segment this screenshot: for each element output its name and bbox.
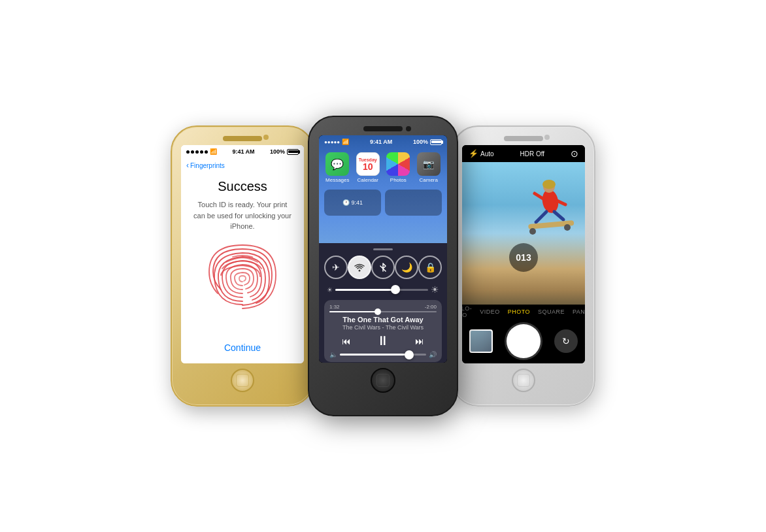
- home-button-3[interactable]: [512, 369, 535, 392]
- signal-dot: [186, 150, 190, 154]
- home-button-1[interactable]: [231, 369, 254, 392]
- success-desc: Touch ID is ready. Your print can be use…: [192, 199, 293, 232]
- continue-button[interactable]: Continue: [224, 342, 261, 353]
- svg-point-3: [542, 180, 556, 189]
- cc-wifi-icon: 📶: [342, 139, 349, 145]
- brightness-fill: [335, 289, 395, 291]
- calendar-app[interactable]: Tuesday 10 Calendar: [355, 152, 382, 183]
- play-pause-button[interactable]: ⏸: [376, 333, 390, 348]
- status-time-1: 9:41 AM: [232, 148, 254, 155]
- mode-pano[interactable]: PANO: [573, 308, 585, 315]
- cc-panel: ✈: [319, 243, 447, 363]
- cc-status-left: ●●●●● 📶: [324, 139, 349, 145]
- wifi-toggle-icon: [354, 263, 365, 272]
- flash-label: Auto: [480, 150, 494, 158]
- screen-3: ⚡ Auto HDR Off ⊙: [462, 145, 585, 363]
- music-player: 1:32 -2:00 The One That Got Away The Civ…: [324, 300, 442, 362]
- hdr-button[interactable]: HDR Off: [520, 150, 544, 158]
- fast-forward-button[interactable]: ⏭: [415, 336, 424, 346]
- messages-icon: 💬: [325, 152, 349, 176]
- cc-status-right: 100%: [413, 139, 442, 145]
- camera-emoji: 📷: [423, 159, 434, 169]
- photos-icon: [386, 152, 410, 176]
- camera-top-bar: ⚡ Auto HDR Off ⊙: [462, 145, 585, 162]
- battery-icon-1: [287, 149, 299, 155]
- battery-pct-1: 100%: [270, 148, 285, 155]
- camera-viewfinder: 013: [462, 162, 585, 305]
- cc-time: 9:41 AM: [370, 139, 392, 145]
- volume-slider[interactable]: [340, 354, 426, 356]
- signal-dots-1: [186, 150, 208, 154]
- svg-line-6: [536, 212, 546, 222]
- cc-handle: [373, 248, 393, 250]
- dnd-toggle[interactable]: 🌙: [395, 256, 418, 279]
- brightness-high-icon: ☀: [431, 284, 439, 295]
- music-artist: The Civil Wars - The Civil Wars: [329, 324, 437, 331]
- bluetooth-toggle[interactable]: [371, 256, 395, 279]
- photos-app[interactable]: Photos: [385, 152, 412, 183]
- svg-point-9: [529, 228, 536, 235]
- cc-toggle-row: ✈: [324, 256, 442, 279]
- camera-flip-button[interactable]: ↻: [554, 329, 578, 353]
- home-btn-inner-1: [236, 374, 248, 386]
- control-center-screen: ●●●●● 📶 9:41 AM 100%: [319, 135, 447, 363]
- signal-dot: [200, 150, 203, 154]
- camera-app[interactable]: 📷 Camera: [416, 152, 442, 183]
- photos-label: Photos: [390, 177, 407, 183]
- phones-container: 📶 9:41 AM 100% ‹ Fingerpri: [158, 103, 608, 429]
- airplane-toggle[interactable]: ✈: [324, 256, 348, 279]
- svg-point-10: [564, 224, 571, 231]
- status-right-1: 100%: [270, 148, 299, 155]
- music-song-title: The One That Got Away: [329, 315, 437, 324]
- mode-video[interactable]: VIDEO: [480, 308, 500, 315]
- home-btn-inner-2: [376, 374, 390, 387]
- brightness-row: ☀ ☀: [324, 283, 442, 296]
- camera-flip-icon: ↻: [562, 336, 570, 346]
- home-button-2[interactable]: [371, 368, 395, 393]
- photo-counter: 013: [509, 243, 538, 272]
- mode-square[interactable]: SQUARE: [538, 308, 565, 315]
- brightness-low-icon: ☀: [327, 286, 333, 293]
- mode-slomo[interactable]: SLO-MO: [462, 305, 472, 318]
- photo-thumbnail[interactable]: [469, 329, 493, 353]
- camera-controls: ↻: [462, 319, 585, 363]
- front-camera-1: [263, 135, 269, 140]
- battery-fill-1: [288, 150, 298, 154]
- success-title: Success: [218, 179, 267, 194]
- mode-photo[interactable]: PHOTO: [508, 308, 530, 315]
- signal-dot: [205, 150, 208, 154]
- messages-app[interactable]: 💬 Messages: [324, 152, 351, 183]
- widget-2: [385, 190, 442, 216]
- camera-flash-control[interactable]: ⚡ Auto: [469, 149, 494, 158]
- calendar-label: Calendar: [358, 177, 378, 183]
- battery-tip-1: [299, 150, 300, 154]
- music-controls: ⏮ ⏸ ⏭: [329, 333, 437, 348]
- status-left-1: 📶: [186, 148, 217, 155]
- messages-emoji: 💬: [331, 158, 344, 171]
- earpiece-2: [363, 126, 403, 131]
- rewind-button[interactable]: ⏮: [342, 336, 351, 346]
- bluetooth-icon: [379, 262, 387, 273]
- touchid-content: Success Touch ID is ready. Your print ca…: [181, 173, 304, 342]
- brightness-slider[interactable]: [335, 289, 428, 291]
- signal-dot: [191, 150, 194, 154]
- cc-status-bar: ●●●●● 📶 9:41 AM 100%: [319, 135, 447, 148]
- screen-1: 📶 9:41 AM 100% ‹ Fingerpri: [181, 145, 304, 363]
- wifi-toggle[interactable]: [348, 256, 371, 279]
- clock-widget: 🕐 9:41: [324, 190, 381, 216]
- volume-low-icon: 🔈: [329, 351, 337, 358]
- music-progress-track[interactable]: [329, 311, 437, 312]
- rotation-lock-toggle[interactable]: 🔒: [418, 256, 442, 279]
- wifi-icon-1: 📶: [210, 148, 217, 155]
- cc-signal: ●●●●●: [324, 139, 340, 145]
- cc-battery-pct: 100%: [413, 139, 428, 145]
- camera-switch-button[interactable]: ⊙: [571, 148, 578, 159]
- volume-thumb[interactable]: [405, 350, 414, 359]
- flash-icon: ⚡: [469, 149, 478, 158]
- music-progress-thumb[interactable]: [375, 308, 381, 315]
- front-camera-2: [406, 126, 411, 131]
- front-camera-3: [544, 135, 550, 140]
- brightness-thumb[interactable]: [391, 285, 400, 294]
- back-button-1[interactable]: ‹ Fingerprints: [186, 161, 225, 170]
- shutter-button[interactable]: [507, 324, 541, 358]
